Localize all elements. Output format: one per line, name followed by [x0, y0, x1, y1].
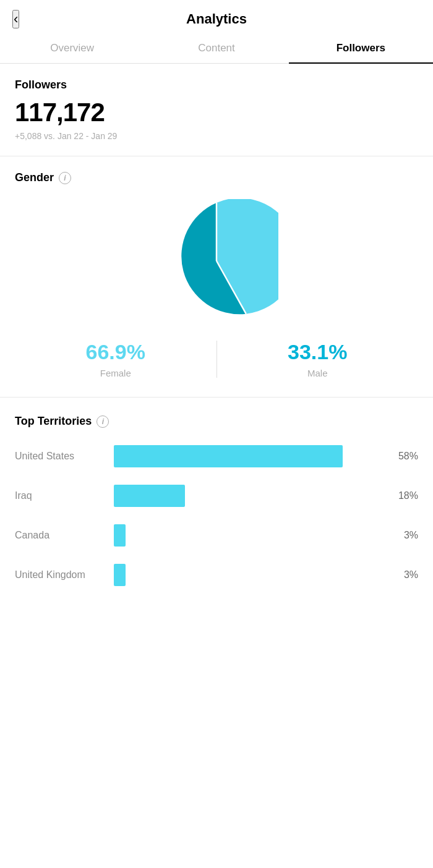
- gender-header: Gender i: [15, 171, 418, 184]
- tabs-bar: Overview Content Followers: [0, 33, 433, 64]
- territory-percent: 18%: [392, 490, 418, 501]
- back-button[interactable]: ‹: [12, 10, 19, 28]
- territory-bar-container: [114, 445, 382, 467]
- gender-pie-chart: [155, 199, 278, 323]
- followers-section-title: Followers: [15, 79, 418, 91]
- territory-bar: [114, 524, 126, 547]
- female-stat: 66.9% Female: [15, 340, 216, 378]
- female-label: Female: [27, 368, 204, 378]
- gender-info-icon[interactable]: i: [59, 172, 71, 184]
- followers-count: 117,172: [15, 98, 418, 127]
- header: ‹ Analytics: [0, 0, 433, 33]
- territory-bar-container: [114, 524, 382, 547]
- female-percent: 66.9%: [27, 340, 204, 364]
- male-percent: 33.1%: [229, 340, 406, 364]
- territory-name: United Kingdom: [15, 569, 114, 581]
- gender-section: Gender i 66.9% Female 33.1%: [0, 156, 433, 397]
- gender-stats: 66.9% Female 33.1% Male: [15, 340, 418, 378]
- territory-row: United Kingdom 3%: [15, 564, 418, 586]
- tab-content[interactable]: Content: [144, 33, 288, 63]
- male-stat: 33.1% Male: [217, 340, 419, 378]
- territories-info-icon[interactable]: i: [96, 415, 109, 428]
- territory-list: United States 58% Iraq 18% Canada 3% Uni…: [15, 445, 418, 586]
- territory-name: Canada: [15, 530, 114, 541]
- male-label: Male: [229, 368, 406, 378]
- territory-bar-container: [114, 485, 382, 507]
- territory-row: United States 58%: [15, 445, 418, 467]
- territory-name: Iraq: [15, 490, 114, 501]
- territory-percent: 3%: [392, 530, 418, 541]
- territories-header: Top Territories i: [15, 415, 418, 428]
- followers-section: Followers 117,172 +5,088 vs. Jan 22 - Ja…: [0, 64, 433, 156]
- followers-change: +5,088 vs. Jan 22 - Jan 29: [15, 131, 418, 141]
- territories-title: Top Territories: [15, 415, 92, 428]
- territories-section: Top Territories i United States 58% Iraq…: [0, 398, 433, 616]
- territory-bar: [114, 564, 126, 586]
- territory-bar: [114, 485, 185, 507]
- pie-chart-container: [15, 199, 418, 323]
- territory-name: United States: [15, 451, 114, 462]
- tab-followers[interactable]: Followers: [289, 33, 433, 63]
- territory-percent: 3%: [392, 569, 418, 581]
- tab-overview[interactable]: Overview: [0, 33, 144, 63]
- territory-bar: [114, 445, 343, 467]
- gender-title: Gender: [15, 171, 54, 184]
- territory-row: Iraq 18%: [15, 485, 418, 507]
- territory-row: Canada 3%: [15, 524, 418, 547]
- page-title: Analytics: [186, 11, 247, 27]
- territory-bar-container: [114, 564, 382, 586]
- territory-percent: 58%: [392, 451, 418, 462]
